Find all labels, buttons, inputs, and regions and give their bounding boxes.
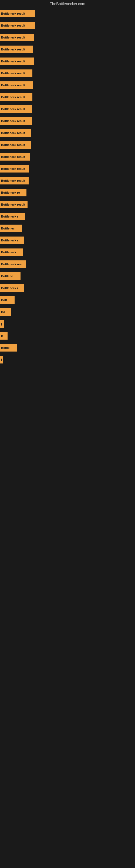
bottleneck-bar-19: Bottleneck r bbox=[0, 237, 24, 244]
bottleneck-bar-21: Bottleneck res bbox=[0, 260, 26, 268]
bottleneck-bar-0: Bottleneck result bbox=[0, 10, 35, 18]
bar-row-0: Bottleneck result bbox=[0, 8, 135, 20]
bottleneck-bar-2: Bottleneck result bbox=[0, 34, 34, 41]
bar-row-27: B bbox=[0, 330, 135, 342]
bar-row-29: | bbox=[0, 354, 135, 366]
bar-label-15: Bottleneck re bbox=[1, 191, 20, 194]
bar-row-4: Bottleneck result bbox=[0, 55, 135, 67]
bottleneck-bar-4: Bottleneck result bbox=[0, 58, 34, 65]
bar-label-3: Bottleneck result bbox=[1, 48, 25, 51]
bar-label-29: | bbox=[1, 358, 2, 361]
bar-label-16: Bottleneck result bbox=[1, 203, 25, 206]
bottleneck-bar-25: Bo bbox=[0, 308, 11, 316]
bottleneck-bar-14: Bottleneck result bbox=[0, 177, 29, 184]
bottleneck-bar-16: Bottleneck result bbox=[0, 201, 28, 208]
bar-row-1: Bottleneck result bbox=[0, 20, 135, 31]
bottleneck-bar-22: Bottlene bbox=[0, 272, 20, 280]
bar-row-3: Bottleneck result bbox=[0, 43, 135, 55]
bar-row-9: Bottleneck result bbox=[0, 115, 135, 127]
bar-row-13: Bottleneck result bbox=[0, 163, 135, 175]
bar-label-20: Bottleneck bbox=[1, 251, 16, 254]
bar-label-25: Bo bbox=[1, 310, 5, 314]
bar-label-7: Bottleneck result bbox=[1, 95, 25, 99]
bar-label-5: Bottleneck result bbox=[1, 72, 25, 75]
bar-row-15: Bottleneck re bbox=[0, 187, 135, 198]
bottleneck-bar-10: Bottleneck result bbox=[0, 129, 31, 137]
bar-label-21: Bottleneck res bbox=[1, 262, 21, 266]
bottleneck-bar-9: Bottleneck result bbox=[0, 117, 32, 125]
bottleneck-bar-1: Bottleneck result bbox=[0, 22, 35, 29]
bar-label-17: Bottleneck r bbox=[1, 215, 18, 218]
bar-row-11: Bottleneck result bbox=[0, 139, 135, 151]
bars-container: Bottleneck resultBottleneck resultBottle… bbox=[0, 8, 135, 366]
bar-row-2: Bottleneck result bbox=[0, 31, 135, 43]
bar-label-26: | bbox=[1, 322, 2, 326]
bar-row-23: Bottleneck r bbox=[0, 282, 135, 294]
bar-label-4: Bottleneck result bbox=[1, 60, 25, 63]
bottleneck-bar-13: Bottleneck result bbox=[0, 165, 29, 173]
bar-row-26: | bbox=[0, 318, 135, 330]
bar-row-22: Bottlene bbox=[0, 270, 135, 282]
bar-row-18: Bottlenec bbox=[0, 222, 135, 235]
bar-row-17: Bottleneck r bbox=[0, 211, 135, 222]
bar-label-0: Bottleneck result bbox=[1, 12, 25, 15]
bar-label-23: Bottleneck r bbox=[1, 286, 18, 290]
bar-label-8: Bottleneck result bbox=[1, 107, 25, 111]
bottleneck-bar-12: Bottleneck result bbox=[0, 153, 30, 161]
bottleneck-bar-23: Bottleneck r bbox=[0, 284, 24, 292]
bottleneck-bar-6: Bottleneck result bbox=[0, 82, 33, 89]
bar-row-12: Bottleneck result bbox=[0, 151, 135, 163]
bar-row-6: Bottleneck result bbox=[0, 79, 135, 91]
bar-label-6: Bottleneck result bbox=[1, 84, 25, 87]
bottleneck-bar-17: Bottleneck r bbox=[0, 213, 25, 220]
bar-row-19: Bottleneck r bbox=[0, 235, 135, 246]
bottleneck-bar-29: | bbox=[0, 356, 3, 364]
bottleneck-bar-26: | bbox=[0, 320, 4, 328]
bar-row-28: Bottle bbox=[0, 342, 135, 354]
bar-row-21: Bottleneck res bbox=[0, 258, 135, 270]
bar-row-5: Bottleneck result bbox=[0, 67, 135, 79]
bottleneck-bar-18: Bottlenec bbox=[0, 225, 22, 232]
bar-label-10: Bottleneck result bbox=[1, 131, 25, 134]
bar-label-11: Bottleneck result bbox=[1, 143, 25, 147]
bar-label-18: Bottlenec bbox=[1, 227, 14, 230]
bar-label-19: Bottleneck r bbox=[1, 239, 18, 242]
bar-label-14: Bottleneck result bbox=[1, 179, 25, 182]
bar-label-24: Bott bbox=[1, 299, 7, 302]
bar-row-20: Bottleneck bbox=[0, 246, 135, 258]
bar-label-1: Bottleneck result bbox=[1, 24, 25, 27]
bottleneck-bar-27: B bbox=[0, 332, 8, 340]
bar-label-22: Bottlene bbox=[1, 275, 13, 278]
bar-row-25: Bo bbox=[0, 306, 135, 318]
bottleneck-bar-7: Bottleneck result bbox=[0, 93, 32, 101]
bottleneck-bar-5: Bottleneck result bbox=[0, 69, 32, 77]
site-title: TheBottlenecker.com bbox=[0, 0, 135, 8]
bottleneck-bar-28: Bottle bbox=[0, 344, 17, 351]
bar-label-28: Bottle bbox=[1, 346, 9, 349]
bar-label-9: Bottleneck result bbox=[1, 119, 25, 123]
bottleneck-bar-15: Bottleneck re bbox=[0, 189, 27, 196]
bar-label-13: Bottleneck result bbox=[1, 167, 25, 170]
bottleneck-bar-3: Bottleneck result bbox=[0, 45, 33, 53]
bar-row-24: Bott bbox=[0, 294, 135, 306]
bar-row-8: Bottleneck result bbox=[0, 103, 135, 115]
bar-label-2: Bottleneck result bbox=[1, 36, 25, 39]
bar-row-14: Bottleneck result bbox=[0, 175, 135, 187]
bottleneck-bar-11: Bottleneck result bbox=[0, 141, 31, 149]
bar-label-12: Bottleneck result bbox=[1, 155, 25, 158]
bottleneck-bar-8: Bottleneck result bbox=[0, 105, 32, 113]
bottleneck-bar-24: Bott bbox=[0, 296, 14, 304]
bar-label-27: B bbox=[1, 334, 3, 337]
bottleneck-bar-20: Bottleneck bbox=[0, 248, 23, 256]
bar-row-10: Bottleneck result bbox=[0, 127, 135, 139]
bar-row-7: Bottleneck result bbox=[0, 91, 135, 103]
bar-row-16: Bottleneck result bbox=[0, 198, 135, 211]
